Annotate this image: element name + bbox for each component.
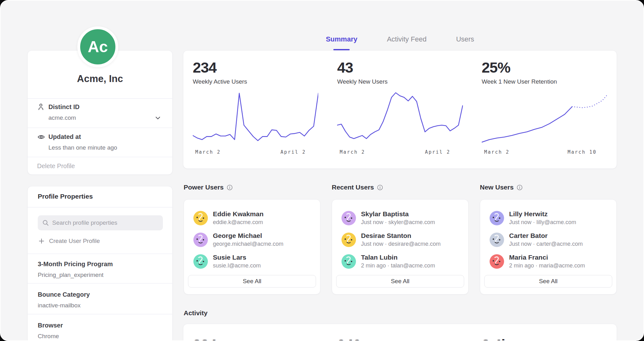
company-name: Acme, Inc <box>28 73 172 85</box>
company-avatar-initials: Ac <box>88 38 108 56</box>
divider <box>28 254 172 254</box>
x-tick-end: April 2 <box>425 149 450 155</box>
profile-properties-search <box>38 215 163 230</box>
user-avatar-face-icon <box>490 211 504 225</box>
x-tick-start: March 2 <box>484 149 510 155</box>
user-name: Talan Lubin <box>361 254 435 261</box>
search-icon <box>42 219 49 226</box>
x-tick-start: March 2 <box>340 149 365 155</box>
user-row[interactable]: George Michaelgeorge.michael@acme.com <box>193 229 311 250</box>
profile-properties-card: Profile Properties Create User Profile 3… <box>27 186 173 341</box>
stat-week1-retention: 25% Week 1 New User Retention March 2 Ma… <box>472 51 617 168</box>
section-title: Recent Users <box>332 184 374 191</box>
recent-users-header: Recent Users <box>332 184 383 191</box>
user-avatar-face-icon <box>490 233 504 247</box>
property-value: inactive-mailbox <box>38 302 80 309</box>
x-tick-end: March 10 <box>568 149 597 155</box>
app-window: Ac Acme, Inc Distinct ID acme.com Update… <box>0 0 644 341</box>
eye-icon <box>37 133 45 141</box>
activity-stat-value: 940 <box>337 336 463 341</box>
user-name: George Michael <box>213 232 283 239</box>
stat-value: 234 <box>193 59 318 76</box>
new-users-header: New Users <box>480 184 523 191</box>
property-label: Browser <box>38 322 63 329</box>
stat-value: 25% <box>482 59 607 76</box>
divider <box>28 314 172 314</box>
user-subtitle: Just now · skyler@acme.com <box>361 219 435 226</box>
company-avatar: Ac <box>77 26 118 67</box>
user-name: Eddie Kwakman <box>213 210 264 218</box>
info-icon[interactable] <box>377 184 383 190</box>
divider <box>28 207 172 207</box>
user-row[interactable]: Skylar BaptistaJust now · skyler@acme.co… <box>341 207 459 229</box>
updated-at-value: Less than one minute ago <box>48 144 117 151</box>
weekly-new-users-chart <box>337 91 463 146</box>
divider <box>28 98 172 99</box>
summary-stats-card: 234 Weekly Active Users March 2 April 2 … <box>183 50 617 169</box>
user-row[interactable]: Desirae StantonJust now · desirare@acme.… <box>341 229 459 250</box>
create-user-profile-button[interactable]: Create User Profile <box>38 238 100 245</box>
property-value: Chrome <box>38 333 59 340</box>
distinct-id-value: acme.com <box>48 114 76 121</box>
weekly-active-users-chart <box>193 91 318 146</box>
user-subtitle: Just now · lilly@acme.com <box>509 219 576 226</box>
user-name: Carter Bator <box>509 232 583 239</box>
see-all-button[interactable]: See All <box>336 275 464 288</box>
user-row[interactable]: Lilly HerwitzJust now · lilly@acme.com <box>490 207 607 229</box>
week1-retention-chart <box>482 91 607 146</box>
user-subtitle: Just now · desirare@acme.com <box>361 241 441 247</box>
divider <box>28 283 172 283</box>
user-name: Lilly Herwitz <box>509 210 576 218</box>
activity-section-title: Activity <box>184 309 208 317</box>
chart-x-axis: March 2 April 2 <box>337 149 463 156</box>
tab-users-label: Users <box>456 35 474 43</box>
user-name: Susie Lars <box>213 254 261 261</box>
stat-label: Weekly New Users <box>337 78 463 85</box>
recent-users-card: Skylar BaptistaJust now · skyler@acme.co… <box>332 199 469 294</box>
user-avatar-face-icon <box>490 254 504 269</box>
user-subtitle: eddie.k@acme.com <box>213 219 264 226</box>
info-icon[interactable] <box>227 184 233 190</box>
x-tick-end: April 2 <box>280 149 306 155</box>
user-row[interactable]: Carter BatorJust now · carter@acme.com <box>490 229 607 250</box>
distinct-id-label: Distinct ID <box>48 103 80 111</box>
user-avatar-face-icon <box>193 254 208 269</box>
user-row[interactable]: Susie Larssusie.l@acme.com <box>193 250 311 272</box>
search-input[interactable] <box>52 219 158 226</box>
user-avatar-face-icon <box>341 254 356 269</box>
user-name: Desirae Stanton <box>361 232 441 239</box>
property-label: 3-Month Pricing Program <box>38 261 113 268</box>
stat-value: 43 <box>337 59 463 76</box>
user-subtitle: george.michael@acme.com <box>213 241 283 247</box>
divider <box>28 157 172 157</box>
new-users-card: Lilly HerwitzJust now · lilly@acme.comCa… <box>480 199 617 294</box>
power-users-card: Eddie Kwakmaneddie.k@acme.comGeorge Mich… <box>184 199 320 294</box>
user-row[interactable]: Eddie Kwakmaneddie.k@acme.com <box>193 207 311 229</box>
user-row[interactable]: Talan Lubin2 min ago · talan@acme.com <box>341 250 459 272</box>
activity-stat-value: 234 <box>193 336 318 341</box>
user-subtitle: 2 min ago · talan@acme.com <box>361 262 435 269</box>
tab-activity-feed[interactable]: Activity Feed <box>385 34 428 50</box>
plus-icon <box>38 238 45 244</box>
see-all-button[interactable]: See All <box>188 275 316 288</box>
user-avatar-face-icon <box>193 211 208 225</box>
create-user-profile-label: Create User Profile <box>49 238 100 245</box>
property-value: Pricing_plan_experiment <box>38 272 103 278</box>
tab-users[interactable]: Users <box>454 34 476 50</box>
activity-stat-col: 3.4k <box>472 324 617 341</box>
property-label: Bounce Category <box>38 291 90 298</box>
activity-card: 234 940 3.4k <box>183 324 617 341</box>
tab-summary[interactable]: Summary <box>324 34 359 50</box>
user-subtitle: Just now · carter@acme.com <box>509 241 583 247</box>
chevron-down-icon[interactable] <box>154 114 162 122</box>
user-name: Maria Franci <box>509 254 585 261</box>
user-avatar-face-icon <box>193 233 208 247</box>
see-all-button[interactable]: See All <box>484 275 612 288</box>
delete-profile-button[interactable]: Delete Profile <box>37 162 75 170</box>
x-tick-start: March 2 <box>195 149 221 155</box>
section-title: New Users <box>480 184 514 191</box>
section-title: Power Users <box>184 184 224 191</box>
user-row[interactable]: Maria Franci2 min ago · maria@acme.com <box>490 250 607 272</box>
info-icon[interactable] <box>517 184 523 190</box>
divider <box>28 128 172 128</box>
